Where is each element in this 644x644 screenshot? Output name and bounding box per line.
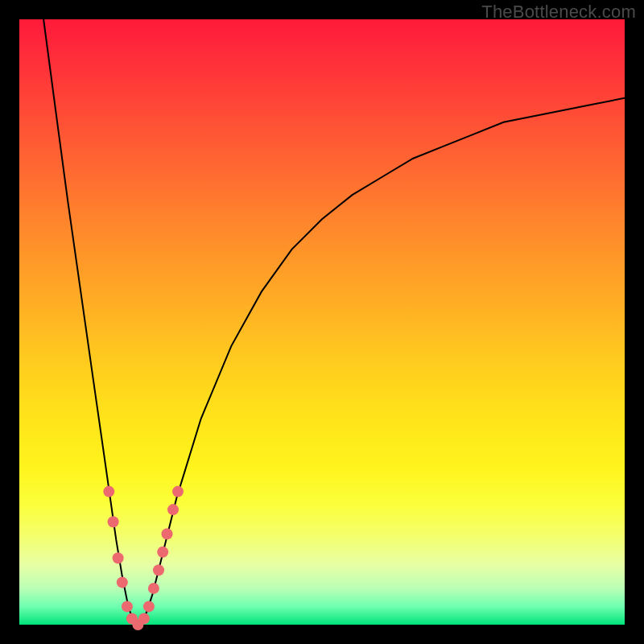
data-marker (122, 601, 133, 612)
chart-frame: TheBottleneck.com (0, 0, 644, 644)
plot-area (19, 19, 625, 625)
data-marker (117, 576, 128, 588)
data-marker (143, 601, 155, 612)
data-marker (162, 528, 173, 539)
data-marker (167, 504, 179, 515)
watermark-text: TheBottleneck.com (481, 2, 636, 23)
data-marker (108, 516, 119, 527)
data-marker (103, 486, 114, 497)
data-marker (148, 583, 159, 594)
data-marker (157, 547, 168, 558)
curve-layer (19, 19, 625, 625)
data-marker (153, 564, 164, 576)
bottleneck-curve (43, 19, 625, 625)
curve-markers (103, 486, 184, 630)
data-marker (138, 613, 150, 625)
data-marker (113, 552, 124, 564)
data-marker (172, 486, 184, 497)
